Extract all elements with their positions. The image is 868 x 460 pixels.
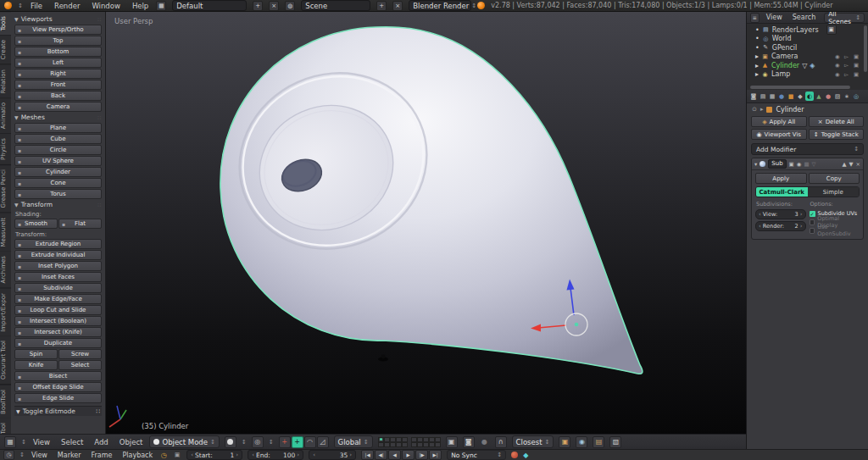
outliner-item-world[interactable]: •◎World [747,35,868,44]
manipulator-rotate-button[interactable]: ◠ [304,436,316,448]
viewport-button-view-persp-ortho[interactable]: View Persp/Ortho [14,25,102,35]
apply-all-button[interactable]: ◈Apply All [751,116,807,127]
add-mesh-button-circle[interactable]: Circle [14,145,102,155]
properties-tab-particles[interactable]: ∗ [843,91,851,101]
add-layout-button[interactable]: + [253,1,263,11]
viewport-menu-add[interactable]: Add [92,438,109,446]
manipulator-scale-button[interactable]: ◿ [317,436,329,448]
modifier-name-field[interactable]: Sub [768,159,786,169]
dot-icon[interactable]: • [755,44,760,52]
restrict-view-icon[interactable]: ◉ [835,53,840,60]
viewport-button-top[interactable]: Top [14,36,102,46]
transform-panel-header[interactable]: ▼ Transform ∷ [14,201,102,208]
transform-orientation-select[interactable]: Global ↕ [334,435,373,448]
option-use-opensubdiv[interactable]: Use OpenSubdiv [810,226,860,235]
layer-toggle[interactable] [378,442,384,447]
move-modifier-down-button[interactable]: ▼ [849,161,854,168]
move-modifier-up-button[interactable]: ▲ [843,161,847,168]
expand-icon[interactable]: ▸ [755,62,759,69]
shelf-tab-oscurart-tool[interactable]: Oscurart Tool [0,336,11,385]
current-frame-field[interactable]: ‹ 35› [309,450,356,460]
outliner-filter-select[interactable]: All Scenes ↕ [824,13,865,23]
viewport-vis-button[interactable]: ◉Viewport Vis [751,129,807,140]
editor-type-button[interactable]: ◷ [3,450,14,460]
shelf-tab-grease-penci[interactable]: Grease Penci [0,165,11,213]
shelf-tab-physics[interactable]: Physics [0,134,11,165]
record-button[interactable] [511,452,518,458]
pin-icon[interactable]: ⊙ [752,106,757,113]
add-modifier-select[interactable]: Add Modifier ↕ [751,143,864,155]
tool-button-inset-polygon[interactable]: Inset Polygon [14,261,102,271]
close-scene-button[interactable]: × [392,1,403,11]
add-mesh-button-cube[interactable]: Cube [14,134,102,144]
restrict-render-icon[interactable]: ▣ [854,53,859,60]
properties-tab-render-layers[interactable]: ▤ [759,91,767,101]
outliner-menu-view[interactable]: View [765,14,784,21]
viewport-button-back[interactable]: Back [14,91,102,101]
dot-icon[interactable]: • [755,26,760,34]
pivot-point-button[interactable]: ◎ [252,436,264,448]
properties-tab-object[interactable]: ■ [787,91,795,101]
render-visibility-icon[interactable]: ▣ [789,161,794,168]
close-layout-button[interactable]: × [269,1,279,11]
outliner-horizontal-scrollbar[interactable] [750,86,850,89]
viewport-3d[interactable]: User Persp (35) Cylinder [106,12,746,434]
meshes-panel-header[interactable]: ▼ Meshes ∷ [14,114,102,121]
layer-toggle[interactable] [390,442,396,447]
tool-button-bisect[interactable]: Bisect [14,371,102,381]
tool-button-edge-slide[interactable]: Edge Slide [14,393,102,403]
shading-button-flat[interactable]: Flat [58,219,102,229]
add-mesh-button-cylinder[interactable]: Cylinder [14,167,102,177]
opengl-render-anim-button[interactable]: ◉ [576,436,587,448]
layer-toggle[interactable] [402,442,408,447]
proportional-edit-button[interactable]: ● [480,437,490,447]
mode-select[interactable]: Object Mode ↕ [149,435,219,448]
editmode-visibility-icon[interactable]: ▦ [804,161,809,168]
editor-type-button[interactable]: ▦ [4,436,16,448]
timeline-menu-frame[interactable]: Frame [90,452,114,459]
simple-button[interactable]: Simple [808,187,860,197]
expand-icon[interactable]: ▸ [755,70,759,78]
properties-tab-render[interactable]: ◙ [749,91,758,101]
opengl-render-button[interactable]: ▣ [559,436,570,448]
outliner-item-gpencil[interactable]: •✎GPencil [747,43,868,53]
outliner-item-renderlayers[interactable]: •▤RenderLayers▣ [747,25,868,35]
tool-button-offset-edge-slide[interactable]: Offset Edge Slide [14,382,102,392]
add-mesh-button-cone[interactable]: Cone [14,178,102,188]
keying-set-icon[interactable]: ◆ [523,452,528,459]
apply-modifier-button[interactable]: Apply [755,173,807,184]
shelf-tab-archimes[interactable]: Archimes [0,252,11,289]
shading-button-smooth[interactable]: Smooth [14,219,58,229]
viewport-button-bottom[interactable]: Bottom [14,47,102,57]
manipulator-translate-button[interactable]: + [292,436,303,448]
toggle-stack-button[interactable]: ↕Toggle Stack [809,129,865,140]
menu-window[interactable]: Window [90,2,122,10]
properties-tab-texture[interactable]: ▨ [833,91,842,101]
layer-toggle[interactable] [435,442,441,447]
shelf-tab-tools[interactable]: Tools [0,12,11,36]
viewport-menu-view[interactable]: View [31,438,52,446]
snap-magnet-button[interactable]: ∩ [495,436,507,448]
outliner-vertical-scrollbar[interactable] [864,25,867,72]
manipulator-axis-icon[interactable]: + [279,436,291,448]
tool-button-extrude-region[interactable]: Extrude Region [14,239,102,249]
dot-icon[interactable]: • [755,35,760,42]
shelf-tab-create[interactable]: Create [0,36,11,64]
frame-end-field[interactable]: ‹End: 100› [248,450,303,460]
viewport-shading-button[interactable] [225,436,236,448]
copy-modifier-button[interactable]: Copy [809,173,860,184]
shelf-tab-relation[interactable]: Relation [0,65,11,99]
layer-toggle[interactable] [417,442,423,447]
play-button[interactable]: ▶ [402,450,415,460]
prev-keyframe-button[interactable]: ◀| [375,450,387,460]
checkbox-icon[interactable] [810,219,815,225]
properties-tab-material[interactable]: ● [824,91,832,101]
restrict-render-icon[interactable]: ▣ [854,71,859,78]
viewport-menu-select[interactable]: Select [59,438,85,446]
cage-icon[interactable]: ▽ [812,161,816,168]
properties-tab-modifiers[interactable]: ◐ [805,91,814,101]
editor-collapse-icon[interactable]: ▧ [609,436,621,448]
tool-button-inset-faces[interactable]: Inset Faces [14,272,102,282]
scene-icon[interactable]: ◍ [285,1,295,11]
tool-button-select[interactable]: Select [58,360,102,370]
